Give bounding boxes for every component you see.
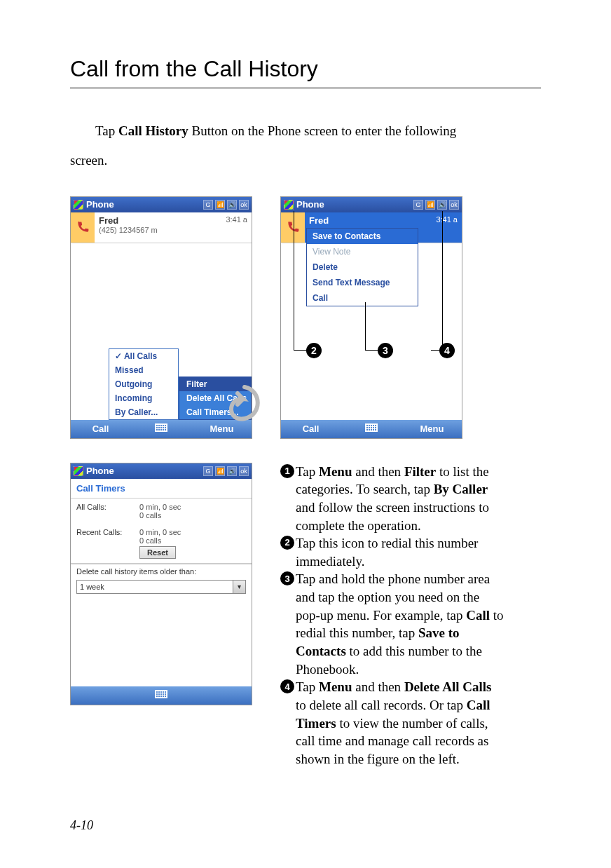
page-number: 4-10 — [70, 818, 93, 833]
intro-text2: Button on the Phone screen to enter the … — [188, 123, 457, 138]
signal-icon: 📶 — [215, 200, 225, 210]
filter-menu[interactable]: All Calls Missed Outgoing Incoming By Ca… — [109, 348, 179, 420]
instructions: 1 Tap Menu and then Filter to list the c… — [280, 463, 504, 768]
ok-button[interactable]: ok — [449, 200, 459, 210]
signal-icon: 📶 — [425, 200, 435, 210]
phone-body: 1 All Calls Missed Outgoing Incoming By … — [71, 243, 252, 420]
keyboard-icon[interactable] — [130, 423, 192, 434]
bullet-2: 2 — [280, 536, 294, 550]
signal-icon: 📶 — [215, 466, 225, 476]
lead-line — [294, 211, 294, 350]
ctx-view-note: View Note — [307, 244, 418, 259]
call-time: 3:41 a — [217, 212, 252, 243]
keyboard-icon[interactable] — [130, 690, 192, 700]
softkey-menu[interactable]: Menu — [402, 423, 462, 434]
all-calls-row: All Calls: 0 min, 0 sec 0 calls — [71, 499, 252, 524]
contact-name: Fred — [309, 215, 423, 226]
callout-2: 2 — [306, 343, 322, 358]
menu-item-incoming[interactable]: Incoming — [109, 391, 178, 405]
t: and then — [352, 464, 404, 479]
lead-line — [442, 211, 443, 350]
combo-value[interactable]: 1 week — [76, 580, 233, 594]
titlebar: Phone G 📶 🔊 ok — [281, 197, 462, 212]
call-time: 3:41 a — [427, 212, 462, 243]
menu-item-outgoing[interactable]: Outgoing — [109, 377, 178, 391]
call-history-row[interactable]: Fred (425) 1234567 m 3:41 a — [71, 212, 252, 243]
ctx-call[interactable]: Call — [307, 290, 418, 306]
screenshot-call-history-menu: Phone G 📶 🔊 ok Fred (425) 1234567 m 3:41… — [70, 196, 252, 439]
t: Tap and hold the phone number area and t… — [296, 571, 490, 622]
menu-item-missed[interactable]: Missed — [109, 363, 178, 377]
swirl-arrow-icon — [224, 384, 266, 433]
volume-icon: 🔊 — [227, 200, 237, 210]
t: to delete all call records. Or tap — [296, 698, 467, 712]
bullet-3: 3 — [280, 571, 294, 585]
volume-icon: 🔊 — [437, 200, 447, 210]
softkey-call[interactable]: Call — [71, 423, 130, 434]
recent-calls-row: Recent Calls: 0 min, 0 sec 0 calls Reset — [71, 524, 252, 564]
titlebar: Phone G 📶 🔊 ok — [71, 463, 252, 479]
chevron-down-icon[interactable]: ▾ — [233, 580, 246, 594]
keyboard-icon[interactable] — [341, 423, 402, 434]
volume-icon: 🔊 — [227, 466, 237, 476]
screenshot-context-menu: Phone G 📶 🔊 ok Fred 3:41 a S — [280, 196, 462, 439]
ok-button[interactable]: ok — [239, 200, 249, 210]
all-calls-label: All Calls: — [76, 503, 139, 520]
t: Filter — [404, 464, 436, 479]
status-icon: G — [203, 466, 213, 476]
ctx-send-text[interactable]: Send Text Message — [307, 275, 418, 290]
ok-button[interactable]: ok — [239, 466, 249, 476]
t: and then — [352, 679, 404, 694]
all-calls-duration: 0 min, 0 sec — [139, 503, 246, 511]
callback-icon[interactable] — [281, 212, 305, 243]
t: Delete All Calls — [404, 679, 492, 694]
menu-item-all-calls[interactable]: All Calls — [109, 349, 178, 363]
t: Menu — [319, 464, 352, 479]
right-column: Phone G 📶 🔊 ok Fred 3:41 a S — [280, 196, 504, 768]
callout-4: 4 — [439, 343, 455, 358]
screenshot-call-timers: Phone G 📶 🔊 ok Call Timers All Calls: 0 … — [70, 463, 252, 705]
recent-calls-duration: 0 min, 0 sec — [139, 528, 246, 536]
start-icon[interactable] — [74, 466, 83, 476]
titlebar: Phone G 📶 🔊 ok — [71, 197, 252, 212]
instruction-1: 1 Tap Menu and then Filter to list the c… — [280, 463, 504, 535]
t: Tap this icon to redial this number imme… — [296, 534, 504, 570]
ctx-save-to-contacts[interactable]: Save to Contacts — [307, 229, 418, 244]
t: and follow the screen instructions to co… — [296, 500, 489, 533]
manual-page: { "heading": "Call from the Call History… — [0, 0, 611, 868]
two-column-layout: Phone G 📶 🔊 ok Fred (425) 1234567 m 3:41… — [70, 196, 541, 768]
instruction-2: 2 Tap this icon to redial this number im… — [280, 534, 504, 570]
ctx-delete[interactable]: Delete — [307, 259, 418, 275]
t: Call — [466, 608, 490, 623]
t: Menu — [319, 679, 352, 694]
recent-calls-count: 0 calls — [139, 536, 246, 545]
intro-text3: screen. — [70, 146, 541, 175]
delete-older-label: Delete call history items older than: — [71, 564, 252, 578]
t: By Caller — [434, 482, 488, 496]
app-title: Phone — [86, 199, 200, 210]
softkey-bar: Call Menu — [281, 420, 462, 438]
callout-3: 3 — [378, 343, 393, 358]
call-timers-header: Call Timers — [71, 479, 252, 499]
t: Tap — [296, 464, 319, 479]
older-than-combo[interactable]: 1 week ▾ — [76, 580, 246, 594]
intro-bold: Call History — [118, 123, 188, 138]
app-title: Phone — [86, 466, 200, 476]
menu-item-by-caller[interactable]: By Caller... — [109, 405, 178, 419]
start-icon[interactable] — [284, 200, 294, 210]
context-menu[interactable]: Save to Contacts View Note Delete Send T… — [306, 228, 418, 306]
lead-line — [294, 350, 306, 351]
intro-paragraph: Tap Call History Button on the Phone scr… — [70, 116, 541, 175]
bullet-4: 4 — [280, 679, 294, 693]
instruction-3: 3 Tap and hold the phone number area and… — [280, 570, 504, 678]
callback-icon[interactable] — [71, 212, 95, 243]
phone-body: Save to Contacts View Note Delete Send T… — [281, 243, 462, 420]
contact-number: (425) 1234567 m — [99, 226, 212, 234]
t: Tap — [296, 679, 319, 694]
start-icon[interactable] — [74, 200, 83, 210]
reset-button[interactable]: Reset — [139, 546, 176, 559]
lead-line — [365, 302, 366, 350]
screenshot-wrapper: Phone G 📶 🔊 ok Fred 3:41 a S — [280, 196, 504, 439]
intro-text: Tap — [95, 123, 118, 138]
softkey-call[interactable]: Call — [281, 423, 341, 434]
